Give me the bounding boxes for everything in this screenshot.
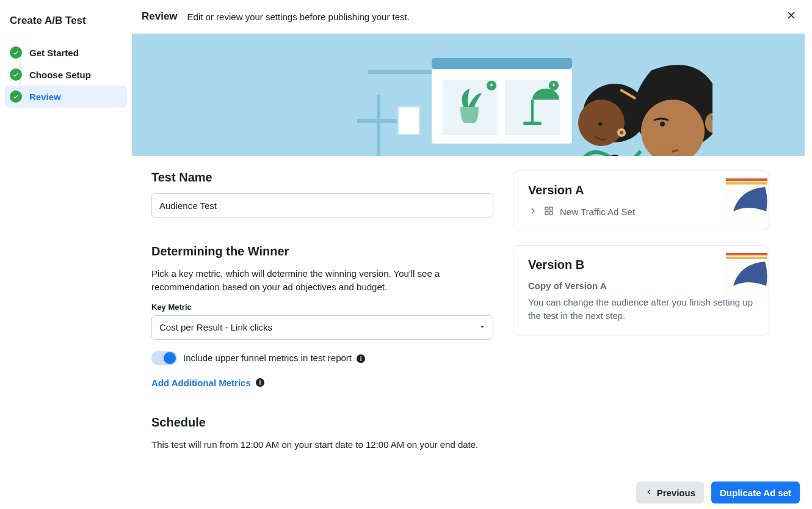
- form-column: Test Name Determining the Winner Pick a …: [151, 170, 493, 460]
- close-button[interactable]: [780, 5, 802, 27]
- svg-rect-2: [357, 119, 400, 123]
- schedule-section: Schedule This test will run from 12:00 A…: [151, 416, 493, 452]
- toggle-label: Include upper funnel metrics in test rep…: [183, 353, 365, 364]
- add-metrics-link[interactable]: Add Additional Metrics i: [151, 378, 264, 388]
- content-scroll[interactable]: Test Name Determining the Winner Pick a …: [132, 34, 805, 475]
- card-title: Version B: [528, 258, 754, 272]
- svg-rect-27: [545, 211, 548, 214]
- card-title: Version A: [528, 183, 754, 197]
- svg-point-24: [660, 122, 665, 126]
- page-title: Review: [142, 10, 178, 23]
- duplicate-ad-set-button[interactable]: Duplicate Ad set: [711, 482, 800, 504]
- page-header: Review Edit or review your settings befo…: [132, 0, 812, 34]
- upper-funnel-toggle[interactable]: [151, 351, 177, 365]
- key-metric-select[interactable]: Cost per Result - Link clicks: [151, 315, 493, 340]
- version-b-card[interactable]: Version B Copy of Version A You can chan…: [513, 245, 769, 335]
- step-label: Review: [29, 92, 61, 102]
- step-get-started[interactable]: Get Started: [5, 42, 127, 64]
- svg-rect-26: [549, 207, 553, 210]
- version-thumbnail: [722, 252, 769, 297]
- hero-illustration: [132, 34, 805, 156]
- svg-rect-25: [545, 207, 548, 210]
- check-icon: [10, 90, 22, 103]
- svg-rect-1: [377, 95, 380, 156]
- section-heading: Test Name: [151, 170, 493, 185]
- svg-rect-6: [432, 58, 572, 69]
- adset-name: New Traffic Ad Set: [560, 207, 635, 217]
- chevron-left-icon: [645, 488, 653, 498]
- test-name-section: Test Name: [151, 170, 493, 218]
- versions-column: Version A New Traffic Ad Set Version B C…: [513, 170, 769, 460]
- svg-rect-4: [398, 107, 419, 134]
- previous-button[interactable]: Previous: [636, 482, 704, 504]
- svg-point-17: [620, 131, 623, 134]
- grid-icon: [544, 206, 554, 218]
- svg-point-18: [598, 122, 602, 126]
- version-thumbnail: [722, 177, 769, 222]
- card-description: You can change the audience after you fi…: [528, 296, 754, 323]
- winner-section: Determining the Winner Pick a key metric…: [151, 244, 493, 389]
- step-review[interactable]: Review: [5, 86, 127, 108]
- svg-rect-12: [523, 122, 542, 125]
- svg-rect-33: [726, 253, 767, 255]
- svg-rect-31: [726, 182, 767, 185]
- section-heading: Determining the Winner: [151, 244, 493, 258]
- toggle-knob: [164, 352, 176, 364]
- svg-rect-11: [531, 100, 534, 122]
- step-choose-setup[interactable]: Choose Setup: [5, 64, 127, 86]
- section-heading: Schedule: [151, 416, 493, 430]
- page-footer: Previous Duplicate Ad set: [132, 475, 812, 509]
- step-list: Get Started Choose Setup Review: [5, 42, 127, 108]
- test-name-input[interactable]: [151, 193, 493, 218]
- section-description: Pick a key metric, which will determine …: [151, 267, 493, 294]
- check-icon: [10, 46, 22, 59]
- info-icon[interactable]: i: [357, 354, 365, 363]
- page-subtitle: Edit or review your settings before publ…: [187, 12, 410, 22]
- section-description: This test will run from 12:00 AM on your…: [151, 438, 493, 452]
- close-icon: [785, 9, 797, 24]
- sidebar: Create A/B Test Get Started Choose Setup…: [0, 0, 132, 509]
- svg-rect-34: [726, 257, 767, 259]
- card-subtitle: Copy of Version A: [528, 280, 754, 291]
- chevron-right-icon: [528, 206, 538, 218]
- step-label: Get Started: [29, 48, 79, 58]
- sidebar-title: Create A/B Test: [5, 10, 127, 32]
- field-label: Key Metric: [151, 302, 493, 312]
- svg-rect-30: [726, 178, 767, 181]
- version-a-card[interactable]: Version A New Traffic Ad Set: [513, 170, 769, 230]
- step-label: Choose Setup: [29, 70, 91, 80]
- info-icon[interactable]: i: [256, 378, 264, 387]
- svg-rect-28: [549, 211, 553, 214]
- check-icon: [10, 68, 22, 81]
